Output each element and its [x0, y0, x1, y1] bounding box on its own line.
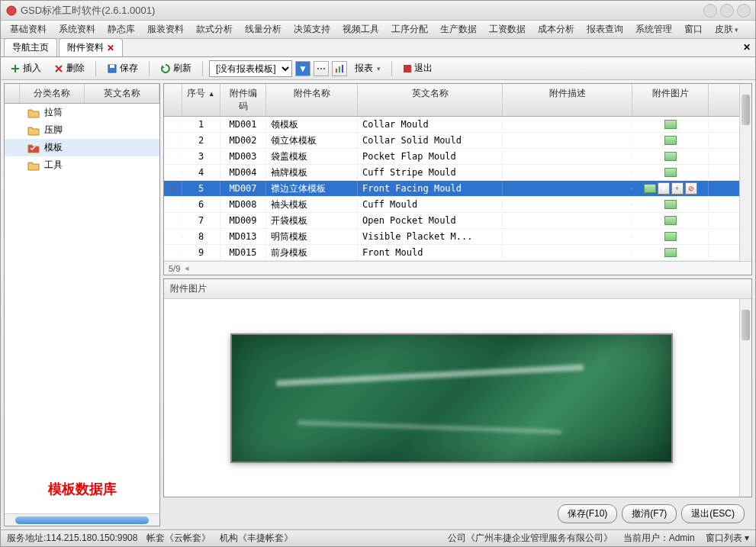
row-marker	[164, 123, 182, 126]
refresh-button[interactable]: 刷新	[156, 60, 196, 76]
plus-icon	[10, 63, 21, 74]
cell-desc	[503, 139, 632, 142]
insert-button[interactable]: 插入	[5, 60, 46, 76]
cell-seq: 9	[182, 246, 220, 259]
cell-pic	[632, 230, 709, 243]
menu-static[interactable]: 静态库	[101, 21, 141, 38]
status-window-list[interactable]: 窗口列表 ▾	[706, 532, 749, 545]
menu-report[interactable]: 报表查询	[581, 21, 629, 38]
exit-esc-button[interactable]: 退出(ESC)	[681, 504, 745, 523]
stop-icon	[403, 64, 412, 73]
menu-decision[interactable]: 决策支持	[288, 21, 336, 38]
row-marker	[164, 155, 182, 158]
tree-hscrollbar[interactable]	[5, 513, 159, 526]
cancel-f7-button[interactable]: 撤消(F7)	[622, 504, 677, 523]
cell-seq: 6	[182, 198, 220, 211]
app-icon	[5, 5, 18, 17]
grid-header-desc[interactable]: 附件描述	[503, 84, 632, 116]
preview-vscrollbar[interactable]	[739, 299, 751, 497]
save-button[interactable]: 保存	[102, 60, 143, 76]
menu-process[interactable]: 工序分配	[385, 21, 434, 38]
menu-window[interactable]: 窗口	[678, 21, 709, 38]
row-marker	[164, 219, 182, 222]
grid-row[interactable]: 9MD015前身模板Front Mould	[164, 245, 739, 261]
pic-dropdown-button[interactable]: ▼	[658, 182, 670, 195]
pic-add-button[interactable]: +	[671, 182, 684, 195]
menu-basic[interactable]: 基础资料	[4, 21, 53, 38]
tree-item-拉筒[interactable]: 拉筒	[5, 104, 159, 121]
window-title: GSD标准工时软件(2.6.1.0001)	[21, 4, 703, 18]
tabbar-close-icon[interactable]: ✕	[743, 42, 751, 53]
cell-code: MD013	[220, 230, 266, 243]
cell-pic	[632, 198, 709, 211]
grid-header-name[interactable]: 附件名称	[266, 84, 358, 116]
menu-skin[interactable]: 皮肤▾	[709, 21, 745, 38]
grid-row[interactable]: 7MD009开袋模板Open Pocket Mould	[164, 213, 739, 229]
template-chart-button[interactable]	[332, 61, 347, 76]
template-select[interactable]: [没有报表模板]	[209, 60, 292, 77]
cell-name: 明筒模板	[266, 229, 358, 245]
tree-header-english[interactable]: 英文名称	[85, 84, 159, 103]
menu-thread[interactable]: 线量分析	[239, 21, 288, 38]
refresh-icon	[160, 63, 171, 74]
grid-row[interactable]: 3MD003袋盖模板Pocket Flap Mould	[164, 149, 739, 165]
menu-clothing[interactable]: 服装资料	[141, 21, 190, 38]
tree-item-label: 拉筒	[44, 106, 63, 119]
report-button[interactable]: 报表▾	[350, 60, 385, 76]
tab-close-icon[interactable]: ✕	[107, 43, 114, 53]
cell-code: MD003	[220, 150, 266, 163]
tree-header-icon-col	[5, 84, 20, 103]
toolbar-separator	[149, 61, 150, 76]
tree-item-模板[interactable]: 模板	[5, 139, 159, 156]
grid-row[interactable]: ✎5MD007襟边立体模板Front Facing Mould▼+⊘	[164, 181, 739, 197]
tree-item-压脚[interactable]: 压脚	[5, 121, 159, 139]
grid-header: 序号 ▲ 附件编码 附件名称 英文名称 附件描述 附件图片	[164, 84, 739, 117]
menu-video[interactable]: 视频工具	[336, 21, 385, 38]
cell-desc	[503, 219, 632, 222]
grid-header-ename[interactable]: 英文名称	[358, 84, 503, 116]
statusbar: 服务地址:114.215.180.150:9908 帐套《云帐套》 机构《丰捷帐…	[1, 529, 755, 546]
menu-production[interactable]: 生产数据	[434, 21, 483, 38]
exit-button[interactable]: 退出	[398, 60, 437, 76]
grid-row[interactable]: 8MD013明筒模板Visible Placket M...	[164, 229, 739, 245]
grid-header-code[interactable]: 附件编码	[220, 84, 266, 116]
template-option-button[interactable]: ⋯	[314, 61, 329, 76]
grid-row[interactable]: 4MD004袖牌模板Cuff Stripe Mould	[164, 165, 739, 181]
minimize-button[interactable]	[703, 4, 717, 18]
cell-seq: 5	[182, 182, 220, 195]
save-f10-button[interactable]: 保存(F10)	[558, 504, 618, 523]
grid-row[interactable]: 6MD008袖头模板Cuff Mould	[164, 197, 739, 213]
app-window: GSD标准工时软件(2.6.1.0001) 基础资料 系统资料 静态库 服装资料…	[0, 0, 756, 547]
delete-button[interactable]: 删除	[49, 60, 89, 76]
menu-style[interactable]: 款式分析	[190, 21, 239, 38]
pic-remove-button[interactable]: ⊘	[685, 182, 697, 195]
attachment-grid: 序号 ▲ 附件编码 附件名称 英文名称 附件描述 附件图片 1MD001领模板C…	[163, 83, 752, 275]
menu-cost[interactable]: 成本分析	[532, 21, 581, 38]
tree-item-工具[interactable]: 工具	[5, 156, 159, 174]
tab-attachment[interactable]: 附件资料 ✕	[59, 38, 123, 56]
grid-vscrollbar[interactable]	[739, 84, 751, 261]
cell-pic	[632, 166, 709, 179]
menu-wage[interactable]: 工资数据	[483, 21, 532, 38]
cell-ename: Visible Placket M...	[358, 230, 503, 243]
grid-row[interactable]: 2MD002领立体模板Collar Solid Mould	[164, 133, 739, 149]
cell-code: MD002	[220, 134, 266, 147]
template-dropdown-button[interactable]: ▼	[295, 61, 310, 76]
status-user: 当前用户：Admin	[623, 532, 695, 545]
svg-rect-3	[336, 69, 337, 72]
grid-header-seq[interactable]: 序号 ▲	[182, 84, 220, 116]
maximize-button[interactable]	[720, 4, 734, 18]
menubar: 基础资料 系统资料 静态库 服装资料 款式分析 线量分析 决策支持 视频工具 工…	[1, 21, 755, 39]
grid-header-pic[interactable]: 附件图片	[632, 84, 709, 116]
menu-sysmanage[interactable]: 系统管理	[629, 21, 678, 38]
cell-desc	[503, 203, 632, 206]
tree-header-category[interactable]: 分类名称	[20, 84, 85, 103]
status-org: 机构《丰捷帐套》	[220, 532, 293, 545]
grid-row[interactable]: 1MD001领模板Collar Mould	[164, 117, 739, 133]
close-button[interactable]	[737, 4, 751, 18]
tree-item-label: 压脚	[44, 124, 63, 137]
svg-rect-4	[339, 66, 340, 72]
cell-desc	[503, 171, 632, 174]
menu-system[interactable]: 系统资料	[53, 21, 101, 38]
tab-nav-home[interactable]: 导航主页	[4, 38, 57, 56]
